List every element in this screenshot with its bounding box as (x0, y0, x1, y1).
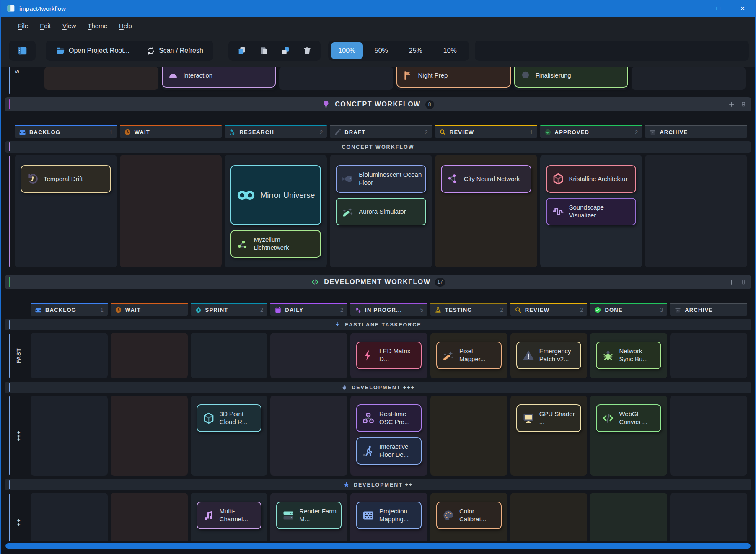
card-multi-channel[interactable]: Multi-Channel... (197, 502, 262, 529)
drop-zone[interactable]: Mirror UniverseMyzelium Lichtnetwerk (225, 155, 327, 267)
drop-zone[interactable] (670, 333, 747, 378)
drop-zone[interactable] (111, 333, 188, 378)
drop-zone[interactable]: Color Calibrat... (430, 493, 507, 541)
collapse-section-button[interactable] (740, 101, 746, 107)
drop-zone[interactable] (44, 67, 158, 90)
card-projection-mapping[interactable]: Projection Mapping... (356, 502, 422, 529)
column-header-backlog[interactable]: BACKLOG1 (31, 303, 108, 316)
drop-zone[interactable]: Finalisierung (514, 67, 628, 90)
minimize-button[interactable]: – (682, 0, 706, 17)
zoom-25%[interactable]: 25% (400, 42, 432, 59)
drop-zone[interactable]: Bioluminescent Ocean FloorAurora Simulat… (330, 155, 432, 267)
menu-theme[interactable]: Theme (82, 20, 113, 32)
drop-zone[interactable] (31, 333, 108, 378)
card-render-farm-m[interactable]: Render Farm M... (276, 502, 342, 529)
lane-header-development[interactable]: DEVELOPMENT ++ (5, 479, 751, 490)
card-bioluminescent-ocean-floor[interactable]: Bioluminescent Ocean Floor (336, 165, 426, 193)
scan-refresh-button[interactable]: Scan / Refresh (138, 41, 212, 61)
card-gpu-shader[interactable]: GPU Shader ... (516, 404, 582, 432)
column-header-review[interactable]: REVIEW2 (510, 303, 588, 316)
drop-zone[interactable] (191, 333, 268, 378)
menu-file[interactable]: File (12, 20, 34, 32)
drop-zone[interactable] (31, 396, 108, 476)
card-3d-point-cloud-r[interactable]: 3D Point Cloud R... (197, 404, 262, 432)
column-header-wait[interactable]: WAIT (120, 125, 222, 138)
menu-help[interactable]: Help (113, 20, 138, 32)
card-network-sync-bu[interactable]: Network Sync Bu... (596, 342, 661, 369)
column-header-wait[interactable]: WAIT (111, 303, 188, 316)
drop-zone[interactable]: Projection Mapping... (350, 493, 427, 541)
drop-zone[interactable] (270, 333, 347, 378)
open-project-button[interactable]: Open Project Root... (47, 41, 138, 61)
add-card-button[interactable] (728, 101, 735, 108)
menu-view[interactable]: View (57, 20, 82, 32)
card-real-time-osc-pro[interactable]: Real-time OSC Pro... (356, 404, 422, 432)
lane-header-fastlane-taskforce[interactable]: FASTLANE TASKFORCE (5, 319, 751, 330)
toggle-sidebar-button[interactable] (9, 41, 36, 61)
card-soundscape-visualizer[interactable]: Soundscape Visualizer (546, 198, 637, 225)
duplicate-button[interactable] (274, 41, 296, 61)
drop-zone[interactable]: Pixel Mapper... (430, 333, 507, 378)
card-led-matrix-d[interactable]: LED Matrix D... (356, 342, 422, 369)
column-header-review[interactable]: REVIEW1 (435, 125, 537, 138)
add-card-button[interactable] (728, 278, 735, 286)
drop-zone[interactable]: Temporal Drift (15, 155, 117, 267)
menu-edit[interactable]: Edit (34, 20, 57, 32)
column-header-archive[interactable]: ARCHIVE (670, 303, 747, 316)
drop-zone[interactable] (111, 493, 188, 541)
horizontal-scrollbar[interactable] (5, 543, 751, 549)
card-myzelium-lichtnetwerk[interactable]: Myzelium Lichtnetwerk (230, 230, 321, 258)
lane-header-concept-workflow[interactable]: CONCEPT WORKFLOW (5, 141, 751, 153)
drop-zone[interactable] (632, 67, 746, 90)
column-header-done[interactable]: DONE3 (590, 303, 667, 316)
maximize-button[interactable]: □ (706, 0, 730, 17)
zoom-10%[interactable]: 10% (434, 42, 466, 59)
card-webgl-canvas[interactable]: WebGL Canvas ... (596, 404, 661, 432)
drop-zone[interactable]: Kristalline ArchitekturSoundscape Visual… (540, 155, 642, 267)
card-mirror-universe[interactable]: Mirror Universe (230, 165, 321, 225)
column-header-research[interactable]: RESEARCH2 (225, 125, 327, 138)
card-city-neural-network[interactable]: City Neural Network (441, 165, 531, 193)
drop-zone[interactable]: Render Farm M... (270, 493, 347, 541)
card-emergency-patch-v2[interactable]: Emergency Patch v2... (516, 342, 582, 369)
column-header-in-progr[interactable]: IN PROGR...5 (350, 303, 427, 316)
drop-zone[interactable] (670, 493, 747, 541)
drop-zone[interactable]: Interaction (162, 67, 276, 90)
card-interactive-floor-de[interactable]: Interactive Floor De... (356, 437, 422, 465)
card-aurora-simulator[interactable]: Aurora Simulator (336, 198, 426, 225)
column-header-testing[interactable]: TESTING2 (430, 303, 507, 316)
drop-zone[interactable] (31, 493, 108, 541)
card-finalisierung[interactable]: Finalisierung (514, 67, 628, 88)
drop-zone[interactable] (510, 493, 588, 541)
card-pixel-mapper[interactable]: Pixel Mapper... (436, 342, 502, 369)
card-temporal-drift[interactable]: Temporal Drift (21, 165, 111, 193)
drop-zone[interactable]: City Neural Network (435, 155, 537, 267)
lane-header-development[interactable]: DEVELOPMENT +++ (5, 382, 751, 393)
column-header-sprint[interactable]: SPRINT2 (191, 303, 268, 316)
zoom-100%[interactable]: 100% (331, 42, 363, 59)
card-interaction[interactable]: Interaction (162, 67, 276, 88)
trash-button[interactable] (296, 41, 318, 61)
column-header-archive[interactable]: ARCHIVE (645, 125, 747, 138)
drop-zone[interactable] (111, 396, 188, 476)
drop-zone[interactable] (590, 493, 667, 541)
drop-zone[interactable] (430, 396, 507, 476)
column-header-backlog[interactable]: BACKLOG1 (15, 125, 117, 138)
drop-zone[interactable]: 3D Point Cloud R... (191, 396, 268, 476)
copy-button[interactable] (231, 41, 253, 61)
column-header-draft[interactable]: DRAFT2 (330, 125, 432, 138)
drop-zone[interactable] (279, 67, 393, 90)
drop-zone[interactable] (270, 396, 347, 476)
drop-zone[interactable]: GPU Shader ... (510, 396, 588, 476)
column-header-approved[interactable]: APPROVED2 (540, 125, 642, 138)
drop-zone[interactable]: Multi-Channel... (191, 493, 268, 541)
paste-button[interactable] (253, 41, 274, 61)
drop-zone[interactable] (645, 155, 747, 267)
drop-zone[interactable]: Emergency Patch v2... (510, 333, 588, 378)
drop-zone[interactable]: LED Matrix D... (350, 333, 427, 378)
collapse-section-button[interactable] (740, 279, 746, 285)
close-button[interactable]: ✕ (730, 0, 755, 17)
drop-zone[interactable]: Real-time OSC Pro...Interactive Floor De… (350, 396, 427, 476)
drop-zone[interactable] (120, 155, 222, 267)
card-night-prep[interactable]: Night Prep (396, 67, 510, 88)
